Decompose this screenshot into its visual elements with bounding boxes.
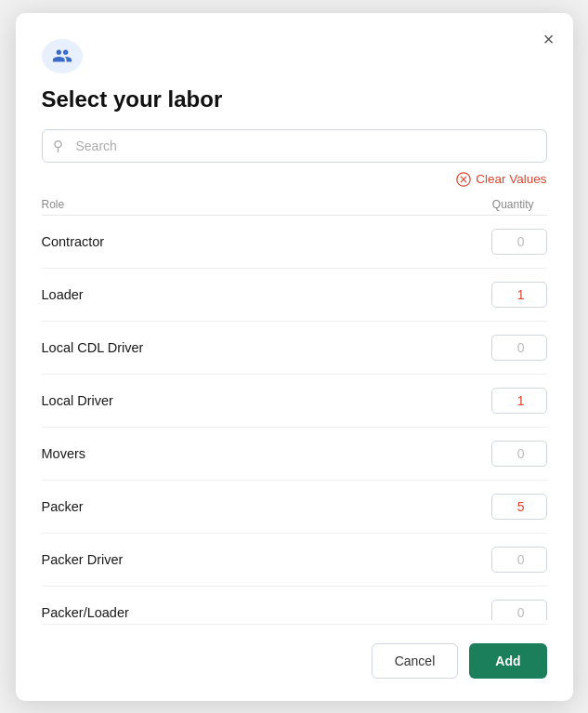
labor-role-name: Movers [42, 446, 86, 461]
table-row: Contractor [42, 216, 547, 269]
clear-values-row: Clear Values [42, 172, 547, 187]
table-row: Packer [42, 481, 547, 534]
search-input[interactable] [42, 129, 547, 163]
modal-footer: Cancel Add [42, 624, 547, 679]
labor-role-name: Contractor [42, 234, 105, 249]
cancel-button[interactable]: Cancel [372, 643, 459, 679]
clear-values-label: Clear Values [476, 172, 546, 186]
close-button[interactable]: × [543, 30, 555, 48]
quantity-input[interactable] [491, 494, 547, 520]
clear-icon [456, 172, 471, 187]
page-title: Select your labor [42, 86, 547, 112]
search-wrapper: ⚲ [42, 129, 547, 163]
labor-role-name: Loader [42, 287, 84, 302]
table-row: Loader [42, 269, 547, 322]
labor-icon [42, 39, 83, 73]
table-row: Local Driver [42, 375, 547, 428]
col-role-header: Role [42, 198, 65, 211]
clear-values-button[interactable]: Clear Values [456, 172, 546, 187]
quantity-input[interactable] [491, 441, 547, 467]
labor-list: ContractorLoaderLocal CDL DriverLocal Dr… [42, 216, 547, 620]
quantity-input[interactable] [491, 547, 547, 573]
quantity-input[interactable] [491, 335, 547, 361]
labor-role-name: Local CDL Driver [42, 340, 144, 355]
table-row: Local CDL Driver [42, 322, 547, 375]
add-button[interactable]: Add [469, 643, 546, 679]
labor-role-name: Packer [42, 499, 84, 514]
quantity-input[interactable] [491, 388, 547, 414]
modal-overlay: × Select your labor ⚲ Clear Values Role [0, 0, 588, 713]
table-header: Role Quantity [42, 194, 547, 216]
labor-role-name: Packer/Loader [42, 605, 129, 620]
labor-svg-icon [52, 46, 72, 66]
table-row: Packer/Loader [42, 587, 547, 620]
table-row: Packer Driver [42, 534, 547, 587]
quantity-input[interactable] [491, 282, 547, 308]
quantity-input[interactable] [491, 229, 547, 255]
search-icon: ⚲ [53, 138, 63, 154]
table-row: Movers [42, 428, 547, 481]
quantity-input[interactable] [491, 600, 547, 620]
col-qty-header: Quantity [492, 198, 540, 211]
modal-dialog: × Select your labor ⚲ Clear Values Role [16, 13, 573, 701]
labor-role-name: Packer Driver [42, 552, 124, 567]
labor-role-name: Local Driver [42, 393, 113, 408]
